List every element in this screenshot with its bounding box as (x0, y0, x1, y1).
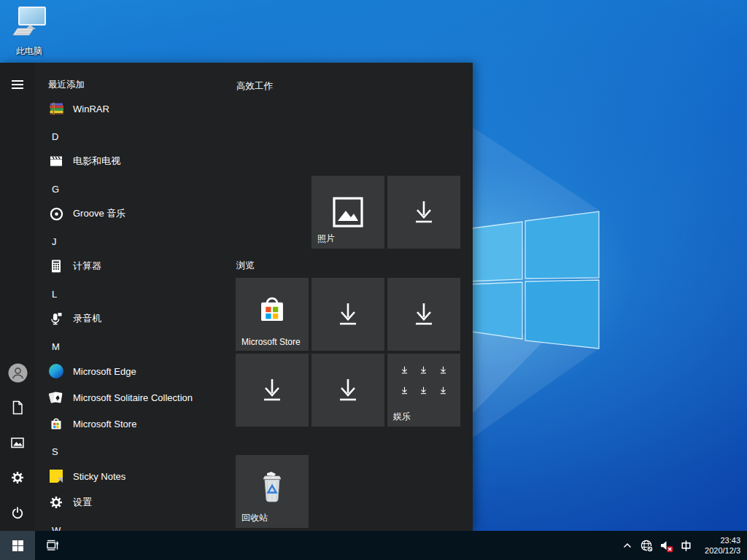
ime-indicator-button[interactable] (676, 531, 696, 560)
clock-date: 2020/12/3 (696, 545, 740, 556)
tile-label: 娱乐 (393, 411, 411, 423)
start-menu-rail (0, 63, 35, 531)
this-pc-icon (10, 6, 48, 41)
pictures-icon (10, 435, 25, 450)
app-list-letter-s[interactable]: S (42, 438, 229, 464)
winrar-icon (48, 101, 64, 117)
download-arrow-icon (333, 376, 363, 405)
app-item-settings[interactable]: 设置 (42, 489, 229, 516)
movies-tv-icon (48, 153, 64, 169)
user-account-button[interactable] (0, 355, 35, 390)
app-item-label: 设置 (73, 496, 92, 509)
tile-microsoft-store[interactable]: Microsoft Store (236, 278, 309, 351)
app-item-microsoft-edge[interactable]: Microsoft Edge (42, 358, 229, 384)
desktop-icon-label: 此电脑 (4, 45, 54, 58)
letter-label: G (52, 184, 59, 195)
documents-icon (10, 400, 25, 415)
letter-label: L (52, 289, 57, 300)
download-arrow-icon (409, 198, 438, 227)
tile-group-title-browse[interactable]: 浏览 (236, 258, 255, 273)
tile-group-title-productivity[interactable]: 高效工作 (236, 79, 273, 93)
app-item-microsoft-store[interactable]: Microsoft Store (42, 411, 229, 437)
solitaire-icon (48, 389, 64, 405)
start-button[interactable] (0, 531, 35, 560)
download-arrow-icon (333, 300, 363, 329)
tile-label: 回收站 (241, 512, 268, 524)
system-tray: 23:43 2020/12/3 (617, 531, 747, 560)
globe-no-internet-icon (640, 539, 654, 553)
app-item-label: WinRAR (73, 104, 109, 114)
app-list-letter-w[interactable]: W (42, 517, 229, 531)
speaker-muted-icon (659, 539, 673, 553)
app-list-letter-m[interactable]: M (42, 333, 229, 359)
screen: 此电脑 (0, 0, 747, 560)
tile-recycle-bin[interactable]: 回收站 (236, 455, 309, 528)
tile-photos[interactable]: 照片 (311, 176, 384, 249)
store-icon (48, 416, 64, 432)
store-icon (255, 292, 289, 326)
download-arrow-icon (258, 376, 287, 405)
ime-chinese-icon (679, 539, 693, 553)
start-menu: 最近添加 WinRAR D (0, 63, 473, 531)
tile-downloading-1[interactable] (387, 176, 460, 249)
app-item-label: Microsoft Edge (73, 366, 136, 377)
app-item-sticky-notes[interactable]: Sticky Notes (42, 463, 229, 489)
download-arrow-icon (409, 300, 438, 329)
app-item-label: Groove 音乐 (73, 207, 125, 220)
app-item-movies-tv[interactable]: 电影和电视 (42, 148, 229, 174)
recently-added-header: 最近添加 (48, 71, 85, 98)
letter-label: M (52, 341, 60, 352)
tile-downloading-3[interactable] (387, 278, 460, 351)
task-view-icon (45, 538, 60, 553)
letter-label: D (52, 131, 58, 142)
tile-folder-entertainment[interactable]: 娱乐 (387, 354, 460, 427)
tile-label: Microsoft Store (241, 337, 301, 347)
taskbar: 23:43 2020/12/3 (0, 531, 747, 560)
groove-music-icon (48, 206, 64, 222)
show-hidden-icons-button[interactable] (617, 531, 637, 560)
app-item-label: Sticky Notes (73, 471, 125, 482)
windows-logo-icon (12, 540, 24, 552)
app-item-voice-recorder[interactable]: 录音机 (42, 306, 229, 332)
app-list-letter-g[interactable]: G (42, 176, 229, 202)
settings-gear-icon (48, 494, 64, 510)
edge-icon (48, 363, 64, 379)
hamburger-icon (11, 79, 24, 90)
settings-button[interactable] (0, 460, 35, 495)
expand-menu-button[interactable] (0, 67, 35, 102)
network-status-button[interactable] (637, 531, 657, 560)
tile-downloading-2[interactable] (311, 278, 384, 351)
volume-button[interactable] (657, 531, 676, 560)
letter-label: W (52, 525, 61, 532)
start-app-list: 最近添加 WinRAR D (35, 63, 233, 531)
photos-icon (332, 196, 364, 228)
app-item-label: 计算器 (73, 260, 101, 273)
settings-gear-icon (10, 470, 25, 485)
voice-recorder-icon (48, 311, 64, 327)
documents-button[interactable] (0, 390, 35, 425)
sticky-notes-icon (48, 468, 64, 484)
app-item-label: 录音机 (73, 312, 101, 325)
app-item-label: 电影和电视 (73, 155, 120, 168)
pictures-button[interactable] (0, 425, 35, 460)
app-list-letter-d[interactable]: D (42, 123, 229, 149)
start-tiles-area: 高效工作 照片 浏览 (236, 63, 469, 531)
app-item-calculator[interactable]: 计算器 (42, 253, 229, 279)
tile-label: 照片 (317, 233, 335, 245)
desktop-icon-this-pc[interactable]: 此电脑 (4, 6, 54, 58)
app-item-solitaire[interactable]: Microsoft Solitaire Collection (42, 384, 229, 411)
tile-downloading-4[interactable] (236, 354, 309, 427)
chevron-up-icon (622, 540, 633, 551)
task-view-button[interactable] (35, 531, 70, 560)
power-button[interactable] (0, 495, 35, 530)
letter-label: S (52, 446, 58, 457)
recycle-bin-icon (258, 471, 287, 505)
letter-label: J (52, 236, 57, 247)
app-list-letter-l[interactable]: L (42, 281, 229, 307)
tile-downloading-5[interactable] (311, 354, 384, 427)
app-item-winrar[interactable]: WinRAR (42, 96, 229, 122)
taskbar-clock[interactable]: 23:43 2020/12/3 (696, 535, 747, 556)
app-list-letter-j[interactable]: J (42, 228, 229, 254)
clock-time: 23:43 (696, 535, 740, 545)
app-item-groove-music[interactable]: Groove 音乐 (42, 201, 229, 227)
